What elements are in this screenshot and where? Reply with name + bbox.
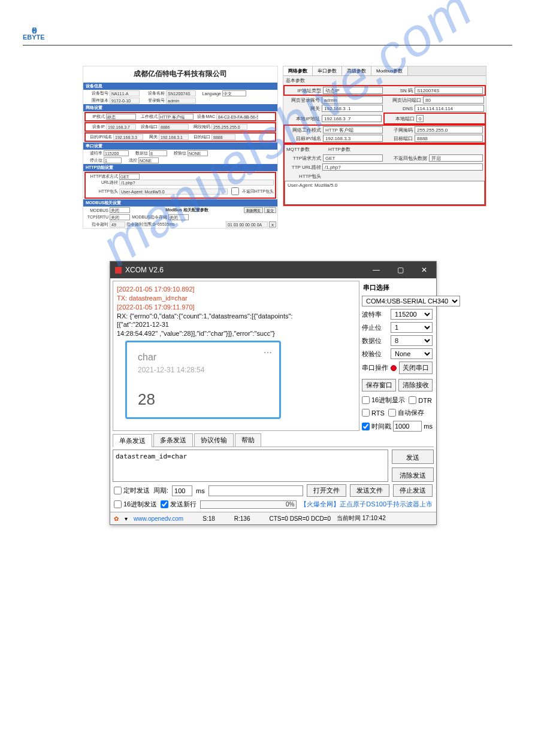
- select-databit[interactable]: 8: [149, 150, 167, 156]
- select-net-workmode[interactable]: HTTP 客户端: [323, 126, 383, 133]
- tab-modbus[interactable]: Modbus参数: [371, 66, 408, 75]
- select-http-method[interactable]: GET: [119, 174, 140, 180]
- clear-recv-button[interactable]: 清除接收: [398, 379, 433, 391]
- card-menu-icon[interactable]: ⋯: [264, 347, 273, 359]
- input-file-path[interactable]: [208, 485, 303, 496]
- checkbox-hex-display[interactable]: [362, 396, 370, 404]
- ad-link[interactable]: 【火爆全网】正点原子DS100手持示波器上市: [300, 500, 433, 509]
- checkbox-timestamp[interactable]: [362, 423, 370, 430]
- gear-icon[interactable]: ✿: [114, 515, 119, 522]
- highlight-ipmode: IP地址类型 动态IP SN 码 S120074S: [283, 85, 486, 96]
- select-net-method[interactable]: GET: [323, 154, 383, 162]
- input-web-login[interactable]: admin: [322, 96, 383, 104]
- input-local-ip[interactable]: 192.168.3 .7: [322, 115, 382, 122]
- checkbox-newline[interactable]: [161, 500, 168, 508]
- checkbox-autosave[interactable]: [388, 409, 396, 417]
- label-net-ipmode: IP地址类型: [286, 87, 321, 94]
- select-lang[interactable]: 中文: [222, 90, 246, 96]
- tab-multi-send[interactable]: 多条发送: [153, 433, 193, 447]
- value-mb-timeout[interactable]: 49: [110, 221, 125, 227]
- status-bar: ✿ ▾ www.openedv.com S:18 R:136 CTS=0 DSR…: [110, 512, 436, 524]
- status-url[interactable]: www.openedv.com: [134, 515, 183, 522]
- label-tcprtu: TCP转RTU: [84, 214, 108, 220]
- input-net-url[interactable]: /1.php?: [322, 163, 483, 171]
- tab-advanced[interactable]: 高级参数: [342, 66, 371, 75]
- submit-button[interactable]: 提交: [264, 207, 276, 213]
- highlight-workmode-dst: 网络工作模式 HTTP 客户端 子网掩码 255.255.255.0 目标IP/…: [283, 125, 486, 144]
- input-http-header[interactable]: User-Agent: Mozilla/5.0: [119, 189, 228, 195]
- label-port-op: 串口操作: [362, 363, 388, 372]
- select-flow[interactable]: NONE: [138, 157, 159, 163]
- select-stopbit[interactable]: 1: [104, 157, 122, 163]
- input-net-gw[interactable]: 192.168.3 .1: [322, 105, 383, 112]
- input-url[interactable]: /1.php?: [119, 180, 274, 186]
- select-parity[interactable]: NONE: [188, 150, 208, 156]
- select-baud[interactable]: 115200: [104, 150, 129, 156]
- label-net-hdr: HTTP包头: [286, 173, 321, 180]
- label-ipmode: IP模式: [87, 114, 105, 120]
- section-http: HTTP功能设置: [83, 164, 277, 171]
- xcom-window: XCOM V2.6 — ▢ ✕ [2022-01-05 17:09:10.892…: [110, 261, 437, 525]
- highlight-http-block: HTTP请求方式 GET URL路径 /1.php? HTTP包头 User-A…: [84, 172, 276, 199]
- label-http-params: HTTP参数: [328, 146, 363, 153]
- checkbox-dtr[interactable]: [409, 396, 416, 404]
- label-dstip: 目的IP/域名: [87, 134, 112, 140]
- send-textarea[interactable]: datastream_id=char: [113, 450, 388, 482]
- maximize-button[interactable]: ▢: [388, 262, 412, 278]
- label-stopbit: 停止位: [84, 157, 102, 163]
- select-side-parity[interactable]: None: [391, 348, 433, 359]
- label-url: URL路径: [87, 180, 118, 186]
- input-net-mask[interactable]: 255.255.255.0: [415, 126, 483, 133]
- tab-serial[interactable]: 串口参数: [313, 66, 342, 75]
- tab-help[interactable]: 帮助: [235, 433, 261, 447]
- mb-x-button[interactable]: X: [269, 221, 276, 227]
- close-port-button[interactable]: 关闭串口: [399, 362, 433, 374]
- input-net-dstport[interactable]: 8888: [415, 135, 483, 142]
- input-net-dstip[interactable]: 192.168.3.3: [323, 135, 383, 142]
- checkbox-rts[interactable]: [362, 409, 370, 417]
- label-timestamp: 时间戳: [371, 422, 391, 431]
- send-file-button[interactable]: 发送文件: [350, 484, 389, 497]
- input-timestamp-interval[interactable]: [393, 421, 422, 432]
- select-mb-cache[interactable]: 关闭: [168, 214, 189, 220]
- input-dns[interactable]: 114.114.114.114: [415, 105, 484, 112]
- input-period[interactable]: [172, 485, 192, 496]
- tab-protocol[interactable]: 协议传输: [194, 433, 234, 447]
- label-period: 周期:: [153, 486, 168, 495]
- refresh-button[interactable]: 刷新网页: [244, 207, 263, 213]
- tab-network[interactable]: 网络参数: [283, 66, 313, 75]
- tab-single-send[interactable]: 单条发送: [113, 434, 152, 447]
- select-modbus[interactable]: 关闭: [110, 207, 130, 213]
- select-net-noret[interactable]: 开启: [429, 154, 483, 162]
- card-name: char: [138, 351, 268, 364]
- select-tcprtu[interactable]: 关闭: [110, 214, 130, 220]
- select-side-data[interactable]: 8: [391, 335, 433, 346]
- send-button[interactable]: 发送: [392, 450, 434, 464]
- send-tabs: 单条发送 多条发送 协议传输 帮助: [113, 433, 434, 447]
- select-side-baud[interactable]: 115200: [391, 309, 433, 320]
- checkbox-timed-send[interactable]: [114, 487, 122, 494]
- minimize-button[interactable]: —: [364, 262, 388, 278]
- select-net-ipmode[interactable]: 动态IP: [323, 87, 383, 94]
- label-net-method: TTP请求方式: [286, 155, 321, 162]
- select-side-stop[interactable]: 1: [391, 322, 433, 333]
- save-window-button[interactable]: 保存窗口: [362, 379, 396, 391]
- clear-send-button[interactable]: 清除发送: [392, 467, 434, 482]
- value-mb-addr[interactable]: 01 03 00 00 00 0A: [226, 221, 268, 227]
- open-file-button[interactable]: 打开文件: [307, 484, 346, 497]
- select-workmode[interactable]: HTTP 客户端: [159, 114, 194, 120]
- checkbox-no-return-header[interactable]: [231, 187, 239, 195]
- label-net-gw: 网关: [285, 105, 320, 112]
- textarea-net-hdr[interactable]: User-Agent: Mozilla/5.0: [285, 181, 485, 205]
- log-rx3: 14:28:54.492" ,"value":28}],"id":"char"}…: [117, 329, 355, 338]
- input-web-port[interactable]: 80: [423, 96, 484, 104]
- dropdown-icon[interactable]: ▾: [125, 515, 128, 522]
- value-sn: S120074S: [415, 87, 483, 94]
- stop-send-button[interactable]: 停止发送: [393, 484, 433, 497]
- close-button[interactable]: ✕: [412, 262, 436, 278]
- checkbox-hex-send[interactable]: [114, 500, 122, 508]
- label-dns: DNS: [386, 106, 413, 111]
- select-ipmode[interactable]: 静态: [106, 114, 136, 120]
- input-local-port[interactable]: 0: [416, 115, 424, 122]
- port-select[interactable]: COM4:USB-SERIAL CH340: [362, 296, 460, 306]
